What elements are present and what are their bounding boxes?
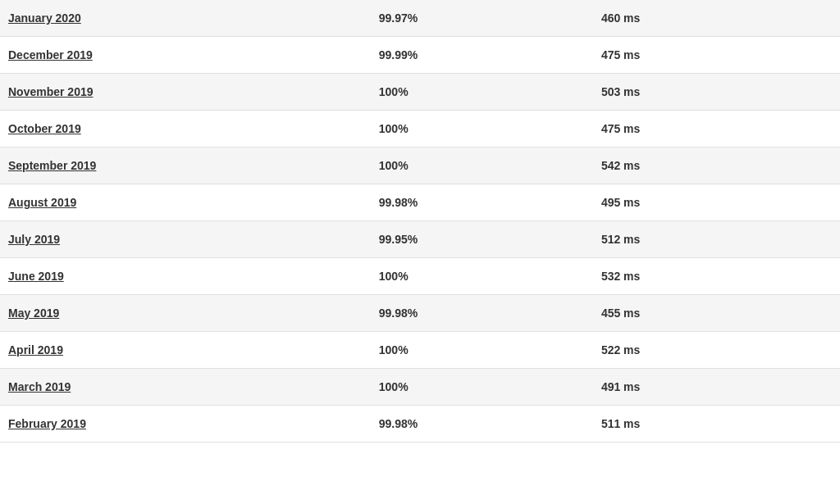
uptime-value: 99.98% xyxy=(379,306,418,320)
month-column: May 2019 xyxy=(8,306,379,320)
table-row: October 2019100%475 ms xyxy=(0,111,840,148)
response-column: 460 ms xyxy=(601,11,832,25)
month-column: October 2019 xyxy=(8,122,379,135)
uptime-column: 100% xyxy=(379,343,601,356)
uptime-column: 99.98% xyxy=(379,196,601,209)
uptime-column: 100% xyxy=(379,159,601,172)
uptime-value: 100% xyxy=(379,159,409,172)
response-column: 512 ms xyxy=(601,233,832,246)
uptime-value: 100% xyxy=(379,270,409,283)
uptime-column: 100% xyxy=(379,85,601,98)
month-column: April 2019 xyxy=(8,343,379,356)
table-row: May 201999.98%455 ms xyxy=(0,295,840,332)
uptime-value: 99.99% xyxy=(379,48,418,61)
month-link[interactable]: November 2019 xyxy=(8,85,94,98)
uptime-column: 100% xyxy=(379,270,601,283)
response-value: 475 ms xyxy=(601,48,640,61)
month-link[interactable]: May 2019 xyxy=(8,306,59,320)
response-value: 512 ms xyxy=(601,233,640,246)
uptime-table: January 202099.97%460 msDecember 201999.… xyxy=(0,0,840,443)
response-value: 522 ms xyxy=(601,343,640,356)
uptime-value: 100% xyxy=(379,343,409,356)
response-column: 532 ms xyxy=(601,270,832,283)
response-value: 503 ms xyxy=(601,85,640,98)
response-value: 455 ms xyxy=(601,306,640,320)
month-link[interactable]: September 2019 xyxy=(8,159,96,172)
response-value: 495 ms xyxy=(601,196,640,209)
table-row: September 2019100%542 ms xyxy=(0,148,840,184)
uptime-value: 100% xyxy=(379,380,409,393)
response-column: 522 ms xyxy=(601,343,832,356)
response-column: 475 ms xyxy=(601,48,832,61)
month-link[interactable]: October 2019 xyxy=(8,122,81,135)
table-row: March 2019100%491 ms xyxy=(0,369,840,406)
response-column: 511 ms xyxy=(601,417,832,430)
response-value: 475 ms xyxy=(601,122,640,135)
response-column: 475 ms xyxy=(601,122,832,135)
month-column: January 2020 xyxy=(8,11,379,25)
month-column: March 2019 xyxy=(8,380,379,393)
table-row: November 2019100%503 ms xyxy=(0,74,840,111)
uptime-column: 99.99% xyxy=(379,48,601,61)
month-column: November 2019 xyxy=(8,85,379,98)
uptime-value: 99.95% xyxy=(379,233,418,246)
month-link[interactable]: August 2019 xyxy=(8,196,76,209)
response-value: 532 ms xyxy=(601,270,640,283)
table-row: February 201999.98%511 ms xyxy=(0,406,840,443)
response-value: 491 ms xyxy=(601,380,640,393)
month-link[interactable]: December 2019 xyxy=(8,48,93,61)
uptime-column: 99.98% xyxy=(379,306,601,320)
month-link[interactable]: July 2019 xyxy=(8,233,60,246)
month-link[interactable]: June 2019 xyxy=(8,270,64,283)
table-row: April 2019100%522 ms xyxy=(0,332,840,369)
month-column: June 2019 xyxy=(8,270,379,283)
uptime-value: 100% xyxy=(379,122,409,135)
response-column: 503 ms xyxy=(601,85,832,98)
month-column: December 2019 xyxy=(8,48,379,61)
response-column: 495 ms xyxy=(601,196,832,209)
response-value: 542 ms xyxy=(601,159,640,172)
month-column: July 2019 xyxy=(8,233,379,246)
month-link[interactable]: January 2020 xyxy=(8,11,81,25)
uptime-column: 100% xyxy=(379,122,601,135)
table-row: June 2019100%532 ms xyxy=(0,258,840,295)
uptime-value: 99.98% xyxy=(379,417,418,430)
uptime-value: 100% xyxy=(379,85,409,98)
month-link[interactable]: February 2019 xyxy=(8,417,86,430)
response-column: 491 ms xyxy=(601,380,832,393)
month-column: August 2019 xyxy=(8,196,379,209)
response-column: 455 ms xyxy=(601,306,832,320)
uptime-column: 99.95% xyxy=(379,233,601,246)
table-row: July 201999.95%512 ms xyxy=(0,221,840,258)
uptime-value: 99.98% xyxy=(379,196,418,209)
uptime-value: 99.97% xyxy=(379,11,418,25)
table-row: August 201999.98%495 ms xyxy=(0,184,840,221)
uptime-column: 100% xyxy=(379,380,601,393)
table-row: January 202099.97%460 ms xyxy=(0,0,840,37)
month-link[interactable]: March 2019 xyxy=(8,380,71,393)
response-value: 460 ms xyxy=(601,11,640,25)
uptime-column: 99.97% xyxy=(379,11,601,25)
response-column: 542 ms xyxy=(601,159,832,172)
uptime-column: 99.98% xyxy=(379,417,601,430)
response-value: 511 ms xyxy=(601,417,640,430)
month-column: September 2019 xyxy=(8,159,379,172)
month-column: February 2019 xyxy=(8,417,379,430)
month-link[interactable]: April 2019 xyxy=(8,343,63,356)
table-row: December 201999.99%475 ms xyxy=(0,37,840,74)
